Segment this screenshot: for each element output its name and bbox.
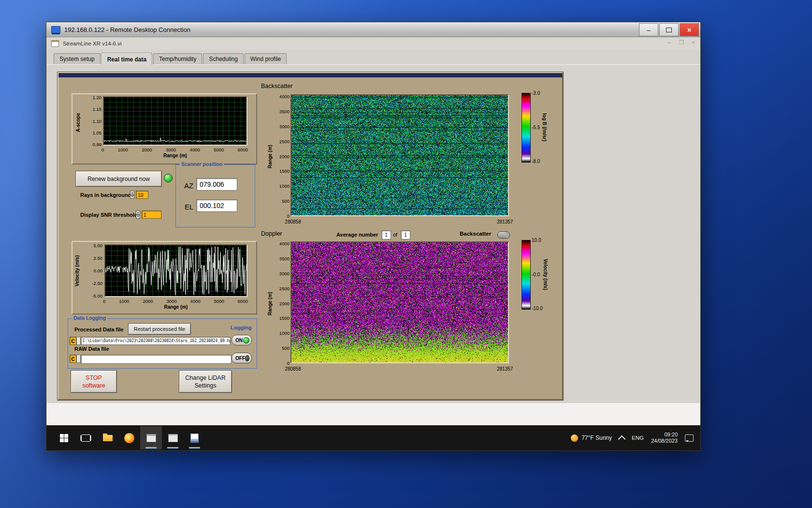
average-number-field[interactable]: 1 <box>381 230 391 239</box>
clock[interactable]: 09:20 24/08/2023 <box>651 432 678 444</box>
velocity-x-axis-label: Range (m) <box>104 304 247 310</box>
raw-data-file-label: RAW Data file <box>74 346 109 352</box>
raw-browse-icon[interactable] <box>76 355 81 363</box>
tick-label: 280858 <box>285 366 301 372</box>
tick-label: 2500 <box>279 139 290 144</box>
chevron-up-icon[interactable] <box>618 435 626 443</box>
backscatter-y-ticks: 40003500300025002000150010005000 <box>274 94 290 219</box>
tick-label: 3000 <box>166 299 176 304</box>
language-indicator[interactable]: ENG <box>632 435 644 441</box>
raw-drive-selector[interactable]: C <box>70 355 76 363</box>
app-restore-button[interactable]: ❐ <box>679 39 684 46</box>
snr-spinner[interactable]: ▲▼ <box>136 210 140 219</box>
processed-drive-selector[interactable]: C <box>70 337 76 345</box>
processed-path-field[interactable]: C:\Lidar\Data\Proc\2023\202308\20230824\… <box>81 337 231 345</box>
renew-background-led <box>164 174 173 182</box>
minimize-button[interactable]: – <box>639 23 658 36</box>
desktop: { "window": { "title": "192.168.0.122 - … <box>0 0 812 508</box>
tick-label: 281357 <box>497 219 513 224</box>
tick-label: 4000 <box>279 241 290 246</box>
tick-label: -10.0 <box>532 306 543 311</box>
off-label: OFF <box>235 356 245 361</box>
tick-label: 1000 <box>279 183 290 189</box>
restart-processed-file-button[interactable]: Restart processed file <box>128 323 191 335</box>
tick-label: 0 <box>287 213 290 219</box>
tick-label: -2.50 <box>92 281 102 286</box>
close-button[interactable]: × <box>680 23 699 36</box>
app-titlebar[interactable]: StreamLine XR v14-6.vi – ❐ × <box>47 37 700 50</box>
change-lidar-settings-button[interactable]: Change LiDAR Settings <box>179 370 232 393</box>
processed-logging-toggle[interactable]: ON <box>232 335 252 345</box>
scanner-position-title: Scanner position <box>180 161 224 167</box>
tab-temp-humidity[interactable]: Temp/humidity <box>153 53 202 64</box>
app-title: StreamLine XR v14-6.vi <box>63 41 121 46</box>
tick-label: 500 <box>282 198 290 204</box>
raw-path-field[interactable] <box>81 355 232 364</box>
tick-label: 2000 <box>279 301 290 306</box>
tick-label: 3500 <box>279 256 290 261</box>
el-value-field[interactable]: 000.102 <box>196 199 237 212</box>
document-app-button[interactable] <box>184 426 205 449</box>
tab-wind-profile[interactable]: Wind profile <box>245 53 287 64</box>
app-close-button[interactable]: × <box>692 39 695 46</box>
of-label: of <box>393 232 397 238</box>
tick-label: 2000 <box>279 154 290 159</box>
tick-label: 3000 <box>279 271 290 276</box>
backscatter-colorbar <box>522 93 531 163</box>
folder-icon <box>103 435 113 441</box>
weather-sun-icon <box>571 434 578 442</box>
backscatter-colorbar-label: log B (/m/sr) <box>542 98 547 156</box>
maximize-icon <box>666 28 672 32</box>
tick-label: 0 <box>287 360 290 366</box>
rays-spinner[interactable]: ▲▼ <box>130 191 134 199</box>
rdp-titlebar[interactable]: 192.168.0.122 - Remote Desktop Connectio… <box>46 22 700 37</box>
tab-system-setup[interactable]: System setup <box>54 53 101 64</box>
start-button[interactable] <box>53 426 75 449</box>
stop-software-button[interactable]: STOP software <box>71 370 117 393</box>
streamline-app-icon <box>146 434 156 442</box>
task-view-button[interactable] <box>75 426 97 449</box>
doppler-colorbar <box>522 240 531 310</box>
start-icon <box>60 434 68 442</box>
notification-icon[interactable] <box>685 434 694 442</box>
scan-schedule-app-icon <box>168 434 178 442</box>
processed-browse-icon[interactable] <box>76 337 81 345</box>
doppler-title: Doppler <box>261 230 282 237</box>
renew-background-button[interactable]: Renew background now <box>75 171 162 187</box>
backscatter-toggle[interactable] <box>497 231 510 239</box>
maximize-button[interactable] <box>659 23 679 36</box>
tick-label: 4000 <box>190 299 201 304</box>
tick-label: 3500 <box>279 109 290 114</box>
tick-label: -5.5 <box>532 125 540 130</box>
velocity-graph: Velocity (m/s) 5.002.500.00-2.50-5.00 01… <box>72 241 257 314</box>
scan-schedule-app-button[interactable] <box>162 426 184 449</box>
el-label: EL <box>185 203 193 211</box>
raw-logging-toggle[interactable]: OFF <box>232 353 252 363</box>
streamline-app-button[interactable] <box>140 426 162 449</box>
tab-real-time-data[interactable]: Real time data <box>102 53 152 65</box>
off-led <box>245 355 249 361</box>
backscatter-y-axis-label: Range (m) <box>267 130 273 183</box>
on-led <box>243 337 249 344</box>
file-explorer-button[interactable] <box>97 426 118 449</box>
tick-label: 280858 <box>285 219 301 224</box>
tab-scheduling[interactable]: Scheduling <box>203 53 243 64</box>
tick-label: 6000 <box>238 299 248 304</box>
ascope-y-axis-label: A-scope <box>75 99 81 146</box>
firefox-button[interactable] <box>118 426 140 449</box>
snr-threshold-field[interactable]: 1 <box>142 210 161 219</box>
tick-label: 2000 <box>143 299 153 304</box>
az-value-field[interactable]: 079.006 <box>196 178 237 191</box>
tick-label: 0 <box>103 299 105 304</box>
tick-label: 5000 <box>214 147 224 152</box>
doppler-colorbar-ticks: 10.0-0.0-10.0 <box>532 238 543 311</box>
weather-widget[interactable]: 77°F Sunny <box>571 434 612 442</box>
app-minimize-button[interactable]: – <box>668 39 671 46</box>
stop-line1: STOP <box>86 374 102 382</box>
main-panel: A-scope 1.201.151.101.050.99 01000200030… <box>58 72 563 400</box>
rays-in-background-field[interactable]: 10 <box>136 191 148 199</box>
tick-label: 1.05 <box>93 130 102 135</box>
tick-label: 0.00 <box>94 268 103 273</box>
weather-text: 77°F Sunny <box>581 434 612 441</box>
average-total-field[interactable]: 1 <box>401 230 410 239</box>
